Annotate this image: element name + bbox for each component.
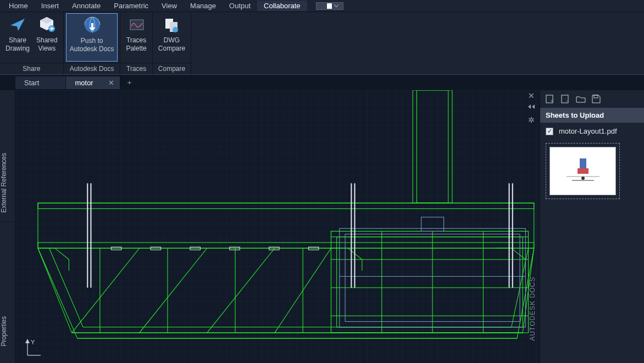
traces-icon xyxy=(127,15,146,34)
svg-point-58 xyxy=(581,177,585,180)
menu-insert[interactable]: Insert xyxy=(35,1,66,11)
traces-label: Traces Palette xyxy=(126,36,146,53)
axis-widget[interactable]: Y xyxy=(21,337,43,359)
menu-annotate[interactable]: Annotate xyxy=(65,1,107,11)
svg-rect-31 xyxy=(417,90,448,203)
ribbon-group-autodesk-docs: Push to Autodesk Docs Autodesk Docs xyxy=(64,12,121,74)
share-drawing-icon xyxy=(8,15,27,34)
svg-text:−: − xyxy=(566,98,569,104)
ribbon-group-docs-label: Autodesk Docs xyxy=(64,63,120,74)
svg-line-14 xyxy=(140,248,207,333)
svg-rect-35 xyxy=(421,217,444,232)
tab-motor-label: motor xyxy=(75,79,93,87)
chevron-down-icon xyxy=(334,4,338,8)
menu-manage[interactable]: Manage xyxy=(184,1,223,11)
close-icon[interactable]: ✕ xyxy=(108,79,114,87)
svg-rect-8 xyxy=(38,203,534,248)
menu-home[interactable]: Home xyxy=(2,1,35,11)
document-tabs: Start motor ✕ ＋ xyxy=(0,75,644,90)
drawing-canvas[interactable]: Y ✕ ✲ AUTODESK DOCS xyxy=(15,90,540,363)
palette-external-references[interactable]: External References xyxy=(0,147,15,218)
dwg-compare-label: DWG Compare xyxy=(158,36,185,53)
ribbon-group-compare-label: Compare xyxy=(153,63,191,74)
menu-bar: Home Insert Annotate Parametric View Man… xyxy=(0,0,644,12)
shared-views-label: Shared Views xyxy=(36,36,58,53)
panel-toolbar: + − xyxy=(540,90,644,108)
shared-views-icon xyxy=(37,15,56,34)
add-sheet-icon[interactable]: + xyxy=(545,94,556,105)
save-icon[interactable] xyxy=(591,94,602,105)
push-to-docs-icon xyxy=(82,16,101,35)
autodesk-docs-label: AUTODESK DOCS xyxy=(529,277,536,341)
svg-rect-9 xyxy=(38,203,534,208)
push-to-docs-label: Push to Autodesk Docs xyxy=(70,37,114,53)
panel-title: Sheets to Upload xyxy=(540,108,644,123)
ribbon: Share Drawing Shared Views Share xyxy=(0,12,644,75)
panel-icon xyxy=(323,3,332,9)
svg-rect-22 xyxy=(337,237,523,327)
push-to-autodesk-docs-button[interactable]: Push to Autodesk Docs xyxy=(66,13,118,62)
ribbon-group-traces: Traces Palette Traces xyxy=(120,12,152,74)
svg-line-13 xyxy=(72,248,140,333)
upload-item-row[interactable]: ✓ motor-Layout1.pdf xyxy=(540,123,644,140)
canvas-controls: ✕ ✲ xyxy=(525,91,537,124)
new-tab-button[interactable]: ＋ xyxy=(120,75,138,90)
ribbon-group-traces-label: Traces xyxy=(120,63,152,74)
palette-properties[interactable]: Properties xyxy=(0,311,15,352)
menu-collaborate[interactable]: Collaborate xyxy=(257,1,307,11)
svg-rect-1 xyxy=(323,3,327,9)
menu-output[interactable]: Output xyxy=(223,1,257,11)
menu-view[interactable]: View xyxy=(155,1,184,11)
dwg-compare-icon xyxy=(162,15,181,34)
svg-rect-57 xyxy=(578,168,589,174)
share-drawing-label: Share Drawing xyxy=(5,36,30,53)
close-panel-icon[interactable]: ✕ xyxy=(525,91,537,100)
svg-rect-21 xyxy=(331,231,528,333)
sheet-thumbnail[interactable] xyxy=(546,143,620,199)
collapse-icon[interactable] xyxy=(525,103,537,112)
tab-start[interactable]: Start xyxy=(15,76,66,89)
ribbon-group-compare: DWG Compare Compare xyxy=(153,12,191,74)
upload-item-checkbox[interactable]: ✓ xyxy=(546,128,553,135)
upload-item-name: motor-Layout1.pdf xyxy=(559,127,617,135)
dwg-compare-button[interactable]: DWG Compare xyxy=(155,13,188,62)
sheets-upload-panel: + − Sheets to Upload ✓ motor-Layout1.pdf xyxy=(540,90,644,363)
sheet-thumbnail-preview xyxy=(549,147,616,195)
traces-palette-button[interactable]: Traces Palette xyxy=(123,13,149,62)
svg-rect-54 xyxy=(594,95,598,98)
gear-icon[interactable]: ✲ xyxy=(525,116,537,124)
workspace-switcher[interactable] xyxy=(316,2,343,10)
svg-line-15 xyxy=(207,248,275,333)
ribbon-group-share-label: Share xyxy=(0,63,63,74)
tab-start-label: Start xyxy=(24,79,39,87)
ribbon-group-share: Share Drawing Shared Views Share xyxy=(0,12,64,74)
folder-icon[interactable] xyxy=(575,94,586,105)
remove-sheet-icon[interactable]: − xyxy=(560,94,571,105)
svg-rect-30 xyxy=(413,90,452,203)
shared-views-button[interactable]: Shared Views xyxy=(33,13,61,62)
left-rail: External References Properties xyxy=(0,90,15,363)
axis-y-label: Y xyxy=(31,339,35,345)
menu-parametric[interactable]: Parametric xyxy=(107,1,155,11)
tab-motor[interactable]: motor ✕ xyxy=(66,76,120,89)
svg-text:+: + xyxy=(551,98,554,104)
svg-point-7 xyxy=(173,27,178,32)
workspace: External References Properties xyxy=(0,90,644,363)
wireframe-model xyxy=(15,90,540,363)
share-drawing-button[interactable]: Share Drawing xyxy=(2,13,33,62)
